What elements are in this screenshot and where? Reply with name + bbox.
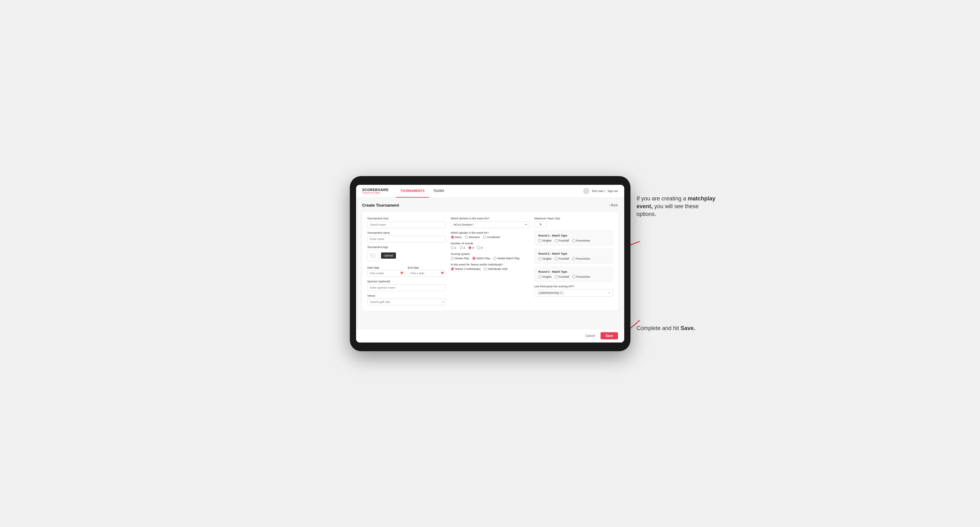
rounds-1-radio[interactable] <box>451 246 454 249</box>
teams-plus-individuals[interactable]: Teams (+Individuals) <box>451 267 481 270</box>
scoring-medal[interactable]: Medal Match Play <box>493 257 520 260</box>
round3-foursomes[interactable]: Foursomes <box>572 275 590 278</box>
api-tag-value: Leaderboard King <box>539 291 559 294</box>
round2-fourball-radio[interactable] <box>555 257 558 260</box>
gender-combined-radio[interactable] <box>483 236 486 239</box>
logo-placeholder <box>367 250 379 261</box>
round2-foursomes[interactable]: Foursomes <box>572 257 590 260</box>
venue-label: Venue <box>367 294 446 297</box>
division-select[interactable]: NCAA Division I NCAA Division II NCAA Di… <box>451 221 530 228</box>
gender-combined-label: Combined <box>487 236 500 239</box>
round1-singles[interactable]: Singles <box>538 239 552 242</box>
api-select[interactable]: Leaderboard King ✕ ▾ <box>535 289 613 297</box>
venue-chevron-icon: ▾ <box>442 300 444 303</box>
api-select-chevron: ▾ <box>609 291 610 295</box>
annotation-matchplay: If you are creating a matchplay event, y… <box>637 195 718 219</box>
gender-womens-label: Womens <box>469 236 480 239</box>
rounds-4-radio[interactable] <box>477 246 480 249</box>
round1-fourball[interactable]: Fourball <box>555 239 569 242</box>
individuals-radio[interactable] <box>484 267 487 270</box>
logo-label: Tournament logo <box>367 246 446 249</box>
venue-input[interactable] <box>367 298 446 305</box>
api-tag-close[interactable]: ✕ <box>560 291 563 295</box>
form-group-sponsor: Sponsor (optional) <box>367 280 446 291</box>
rounds-2[interactable]: 2 <box>460 246 465 249</box>
round1-foursomes[interactable]: Foursomes <box>572 239 590 242</box>
header-right: Test User | Sign out <box>583 188 618 194</box>
avatar <box>583 188 589 194</box>
host-input[interactable] <box>367 221 446 228</box>
rounds-3-radio[interactable] <box>468 246 471 249</box>
teams-label: Is this event for Teams and/or Individua… <box>451 263 530 266</box>
round3-fourball-radio[interactable] <box>555 275 558 278</box>
round3-singles-radio[interactable] <box>538 275 542 278</box>
form-group-division: Which division is the event for? NCAA Di… <box>451 217 530 228</box>
nav-tab-tournaments[interactable]: TOURNAMENTS <box>396 185 429 198</box>
gender-mens[interactable]: Mens <box>451 236 462 239</box>
app-header: SCOREBOARD Powered by clippit TOURNAMENT… <box>356 185 624 198</box>
page-title: Create Tournament <box>362 203 399 208</box>
end-date-label: End date <box>408 266 419 269</box>
form-container: Tournament Host Tournament name Tourname… <box>362 212 618 310</box>
round2-match-type: Round 2 - Match Type Singles Fourball Fo… <box>535 249 613 264</box>
start-date-input[interactable] <box>367 270 405 277</box>
calendar-icon: 📅 <box>400 272 404 275</box>
division-label: Which division is the event for? <box>451 217 530 220</box>
teams-radio[interactable] <box>451 267 454 270</box>
rounds-2-radio[interactable] <box>460 246 463 249</box>
form-group-logo: Tournament logo Upload <box>367 246 446 261</box>
scoring-match[interactable]: Match Play <box>473 257 490 260</box>
logo-upload-area: Upload <box>367 250 446 261</box>
back-link[interactable]: ‹ Back <box>609 203 618 207</box>
individuals-only[interactable]: Individuals Only <box>484 267 508 270</box>
name-input[interactable] <box>367 236 446 243</box>
scoring-label: Scoring system <box>451 252 530 256</box>
round1-label: Round 1 - Match Type <box>538 234 609 237</box>
end-date-input[interactable] <box>408 270 446 277</box>
calendar-icon-end: 📅 <box>441 272 444 275</box>
scoring-match-radio[interactable] <box>473 257 476 260</box>
round3-foursomes-radio[interactable] <box>572 275 575 278</box>
scoring-stroke[interactable]: Stroke Play <box>451 257 469 260</box>
round2-label: Round 2 - Match Type <box>538 252 609 255</box>
round1-singles-radio[interactable] <box>538 239 542 242</box>
nav-tab-teams[interactable]: TEAMS <box>429 185 449 198</box>
round1-fourball-radio[interactable] <box>555 239 558 242</box>
round3-singles[interactable]: Singles <box>538 275 552 278</box>
signout-link[interactable]: Sign out <box>608 189 618 193</box>
rounds-label: Number of rounds <box>451 242 530 245</box>
round2-foursomes-radio[interactable] <box>572 257 575 260</box>
rounds-1[interactable]: 1 <box>451 246 457 249</box>
brand-logo: SCOREBOARD Powered by clippit <box>362 188 388 194</box>
gender-mens-label: Mens <box>455 236 462 239</box>
start-date-label: Start date <box>367 266 379 269</box>
round1-match-type: Round 1 - Match Type Singles Fourball Fo… <box>535 231 613 246</box>
sponsor-input[interactable] <box>367 284 446 291</box>
gender-combined[interactable]: Combined <box>483 236 500 239</box>
form-col-2: Which division is the event for? NCAA Di… <box>451 217 530 305</box>
sponsor-label: Sponsor (optional) <box>367 280 446 283</box>
round1-foursomes-radio[interactable] <box>572 239 575 242</box>
round2-singles[interactable]: Singles <box>538 257 552 260</box>
teams-radio-group: Teams (+Individuals) Individuals Only <box>451 267 530 270</box>
start-date-group: Start date 📅 <box>367 264 405 277</box>
scoring-medal-radio[interactable] <box>493 257 496 260</box>
round3-fourball[interactable]: Fourball <box>555 275 569 278</box>
save-button[interactable]: Save <box>601 332 618 340</box>
gender-mens-radio[interactable] <box>451 236 454 239</box>
cancel-button[interactable]: Cancel <box>582 332 598 340</box>
form-col-1: Tournament Host Tournament name Tourname… <box>367 217 446 305</box>
upload-button[interactable]: Upload <box>381 252 396 259</box>
round2-singles-radio[interactable] <box>538 257 542 260</box>
scoring-stroke-radio[interactable] <box>451 257 454 260</box>
gender-womens-radio[interactable] <box>465 236 468 239</box>
start-date-wrap: 📅 <box>367 270 405 277</box>
brand-sub: Powered by clippit <box>362 192 388 194</box>
scoring-radio-group: Stroke Play Match Play Medal Match Play <box>451 257 530 260</box>
round2-fourball[interactable]: Fourball <box>555 257 569 260</box>
rounds-3[interactable]: 3 <box>468 246 474 249</box>
rounds-4[interactable]: 4 <box>477 246 483 249</box>
gender-womens[interactable]: Womens <box>465 236 480 239</box>
max-team-size-input[interactable] <box>535 221 547 227</box>
round3-radio-group: Singles Fourball Foursomes <box>538 275 609 278</box>
